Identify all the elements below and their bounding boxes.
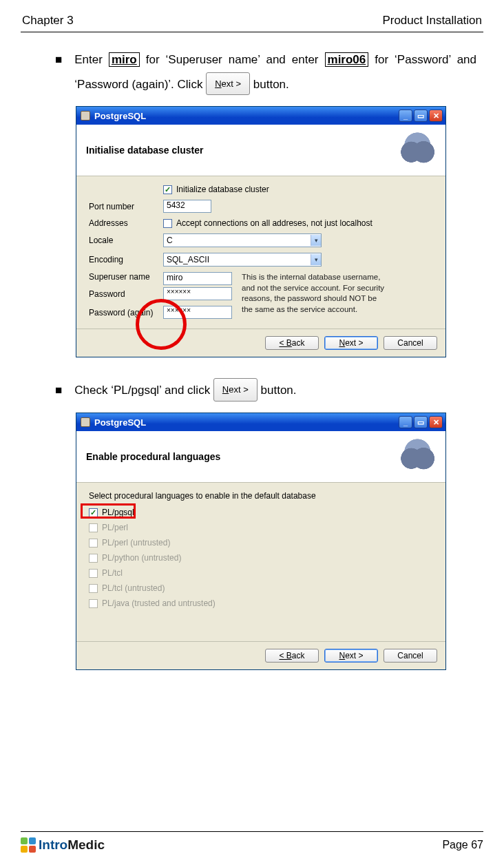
checkbox-icon [89,554,98,563]
titlebar: PostgreSQL _ ▭ ✕ [76,107,445,125]
next-button[interactable]: Next > [324,336,378,350]
lang-plperl: PL/perl [89,523,434,532]
init-cluster-label: Initialize database cluster [176,185,269,194]
chevron-down-icon: ▾ [311,235,321,246]
footer-rule [21,831,483,832]
cancel-button[interactable]: Cancel [384,649,437,663]
header-rule [21,32,483,32]
lang-pltcl: PL/tcl [89,568,434,578]
window-title: PostgreSQL [94,417,146,428]
section-label: Product Installation [382,14,482,28]
checkbox-icon [89,569,98,578]
locale-select[interactable]: C▾ [163,233,322,247]
bullet-icon: ■ [55,378,62,403]
step1-text: Enter miro for ‘Superuser name’ and ente… [74,48,476,96]
chevron-down-icon: ▾ [311,254,321,265]
instruction-text: Select procedural languages to enable in… [89,491,434,501]
superuser-input[interactable]: miro [163,272,232,285]
addresses-checkbox[interactable] [163,219,172,228]
app-icon [81,111,90,121]
maximize-icon[interactable]: ▭ [414,110,428,122]
lang-pljava: PL/java (trusted and untrusted) [89,598,434,608]
boxed-miro06: miro06 [325,52,369,67]
port-input[interactable]: 5432 [163,200,211,213]
dialog-heading: Initialise database cluster [86,145,395,156]
intromedic-logo: IntroMedic [21,837,105,853]
next-button-inline: Next > [213,378,258,401]
checkbox-icon [89,584,98,593]
window-title: PostgreSQL [94,111,146,121]
elephant-icon [395,438,439,475]
maximize-icon[interactable]: ▭ [414,416,428,428]
checkbox-icon [89,523,98,532]
encoding-label: Encoding [89,255,163,264]
checkbox-icon [89,599,98,608]
app-icon [81,417,90,427]
lang-plpython: PL/python (untrusted) [89,553,434,563]
lang-plpgsql[interactable]: ✓ PL/pgsql [89,508,434,517]
next-button-inline: Next > [206,72,250,95]
encoding-select[interactable]: SQL_ASCII▾ [163,253,322,267]
close-icon[interactable]: ✕ [429,416,443,428]
titlebar: PostgreSQL _ ▭ ✕ [76,413,445,431]
close-icon[interactable]: ✕ [429,110,443,122]
bullet-icon: ■ [55,48,62,96]
postgresql-dialog-2: PostgreSQL _ ▭ ✕ Enable procedural langu… [76,413,446,670]
port-label: Port number [89,202,163,211]
addresses-chk-label: Accept connections on all addreses, not … [176,218,372,228]
superuser-label: Superuser name [89,272,163,282]
minimize-icon[interactable]: _ [399,416,412,428]
addresses-label: Addresses [89,218,163,228]
lang-plperl-untrusted: PL/perl (untrusted) [89,538,434,548]
boxed-miro: miro [109,52,140,67]
password2-input[interactable]: ×××××× [163,306,232,319]
cancel-button[interactable]: Cancel [384,336,437,350]
checkbox-icon[interactable]: ✓ [89,508,98,517]
back-button[interactable]: < Back [265,649,319,663]
chapter-label: Chapter 3 [22,14,74,28]
step2-text: Check ‘PL/pgsql’ and click Next > button… [74,378,476,403]
locale-label: Locale [89,236,163,245]
postgresql-dialog-1: PostgreSQL _ ▭ ✕ Initialise database clu… [76,106,446,357]
security-note: This is the internal database username, … [242,272,386,315]
back-button[interactable]: < Back [265,336,319,350]
minimize-icon[interactable]: _ [399,110,412,122]
elephant-icon [395,132,439,169]
password-label: Password [89,289,163,299]
checkbox-icon [89,539,98,548]
lang-pltcl-untrusted: PL/tcl (untrusted) [89,583,434,593]
next-button[interactable]: Next > [324,649,378,663]
password-input[interactable]: ×××××× [163,287,232,300]
init-cluster-checkbox[interactable]: ✓ [163,185,172,194]
page-number: Page 67 [442,839,483,851]
password2-label: Password (again) [89,308,163,317]
dialog-heading: Enable procedural languages [86,451,395,462]
